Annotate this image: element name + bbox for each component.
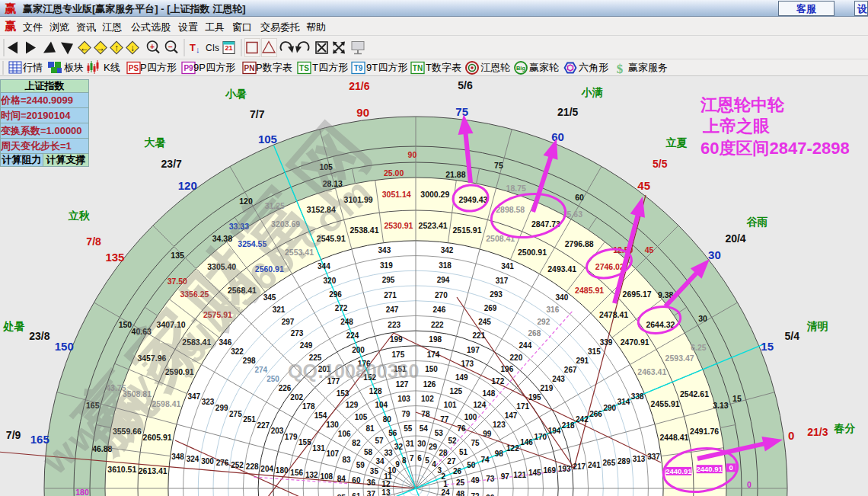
svg-text:269: 269 <box>484 304 497 312</box>
svg-text:146: 146 <box>520 438 533 446</box>
svg-text:0: 0 <box>729 463 732 472</box>
svg-text:2515.91: 2515.91 <box>453 226 482 235</box>
svg-text:立夏: 立夏 <box>665 136 687 149</box>
svg-text:271: 271 <box>384 291 397 299</box>
svg-text:32: 32 <box>394 443 404 451</box>
svg-text:27: 27 <box>447 457 456 466</box>
svg-text:323: 323 <box>202 398 215 406</box>
svg-text:294: 294 <box>437 276 450 284</box>
svg-text:347: 347 <box>187 392 200 401</box>
svg-text:T9: T9 <box>354 64 363 72</box>
svg-text:266: 266 <box>589 410 602 418</box>
svg-text:342: 342 <box>441 246 454 254</box>
svg-text:250: 250 <box>266 375 279 383</box>
svg-text:155: 155 <box>298 438 311 446</box>
svg-text:100: 100 <box>464 413 477 421</box>
svg-text:6.25: 6.25 <box>691 343 707 352</box>
svg-text:218: 218 <box>562 421 575 430</box>
svg-text:3051.14: 3051.14 <box>382 190 411 199</box>
svg-text:300: 300 <box>201 457 214 466</box>
svg-text:73: 73 <box>486 475 495 483</box>
svg-text:132: 132 <box>305 471 318 479</box>
svg-text:74: 74 <box>480 456 490 464</box>
svg-text:171: 171 <box>516 402 529 411</box>
svg-text:104: 104 <box>375 401 388 409</box>
svg-text:清明: 清明 <box>807 320 828 332</box>
svg-text:→: → <box>96 43 105 53</box>
svg-text:276: 276 <box>216 459 229 467</box>
svg-text:80: 80 <box>383 415 392 424</box>
svg-text:←: ← <box>80 43 89 53</box>
svg-text:72: 72 <box>471 492 480 496</box>
svg-text:T: T <box>190 42 196 53</box>
svg-text:31: 31 <box>406 440 415 448</box>
svg-text:2478.41: 2478.41 <box>599 310 628 319</box>
svg-text:248: 248 <box>340 318 353 326</box>
svg-text:154: 154 <box>314 411 327 420</box>
svg-text:97: 97 <box>501 472 510 481</box>
svg-text:小暑: 小暑 <box>225 88 247 100</box>
svg-text:123: 123 <box>493 421 506 429</box>
svg-text:56: 56 <box>388 429 397 437</box>
svg-text:2613.41: 2613.41 <box>139 466 168 475</box>
svg-text:145: 145 <box>528 469 541 477</box>
svg-text:21.88: 21.88 <box>445 170 465 179</box>
svg-text:319: 319 <box>380 261 393 270</box>
svg-text:90: 90 <box>408 150 417 159</box>
svg-text:+: + <box>150 43 155 51</box>
svg-text:83: 83 <box>342 456 351 464</box>
svg-text:34: 34 <box>376 457 385 466</box>
svg-text:241: 241 <box>588 461 601 469</box>
svg-text:60度区间2847-2898: 60度区间2847-2898 <box>700 139 850 158</box>
svg-text:2644.32: 2644.32 <box>646 320 675 329</box>
svg-text:5/4: 5/4 <box>784 330 799 342</box>
svg-text:102: 102 <box>421 395 434 403</box>
svg-text:77: 77 <box>440 415 449 424</box>
svg-text:150: 150 <box>55 340 74 353</box>
svg-text:26: 26 <box>453 467 462 475</box>
svg-text:321: 321 <box>273 306 286 314</box>
svg-text:274: 274 <box>254 366 267 374</box>
svg-text:82: 82 <box>352 439 361 447</box>
svg-text:18.75: 18.75 <box>506 184 526 193</box>
svg-text:228: 228 <box>246 462 259 471</box>
svg-text:172: 172 <box>492 377 505 386</box>
svg-text:315: 315 <box>588 347 601 356</box>
svg-text:81: 81 <box>365 424 375 433</box>
svg-text:128: 128 <box>369 387 382 395</box>
svg-text:203: 203 <box>271 427 284 435</box>
svg-text:上帝之眼: 上帝之眼 <box>702 117 771 136</box>
svg-text:4: 4 <box>432 460 436 469</box>
svg-text:193: 193 <box>558 465 571 473</box>
svg-text:107: 107 <box>326 450 339 458</box>
svg-text:2898.58: 2898.58 <box>496 205 525 214</box>
svg-text:245: 245 <box>478 318 491 326</box>
svg-text:275: 275 <box>229 410 242 418</box>
svg-text:339: 339 <box>600 338 613 347</box>
svg-text:108: 108 <box>320 472 333 481</box>
svg-text:2796.88: 2796.88 <box>565 239 594 248</box>
svg-text:150: 150 <box>119 320 132 329</box>
svg-text:180: 180 <box>276 466 289 475</box>
svg-text:60: 60 <box>352 476 361 485</box>
svg-text:337: 337 <box>647 453 660 461</box>
svg-text:90: 90 <box>356 106 369 119</box>
svg-text:立秋: 立秋 <box>68 210 91 222</box>
svg-text:P9: P9 <box>183 64 193 72</box>
svg-text:156: 156 <box>290 469 303 477</box>
svg-text:45: 45 <box>637 179 650 192</box>
svg-text:170: 170 <box>534 433 547 441</box>
svg-text:338: 338 <box>631 392 644 401</box>
svg-text:58: 58 <box>364 448 373 456</box>
svg-text:2593.47: 2593.47 <box>665 354 694 363</box>
svg-text:227: 227 <box>257 421 270 430</box>
svg-text:224: 224 <box>346 331 359 340</box>
svg-text:147: 147 <box>505 411 518 420</box>
svg-text:7: 7 <box>410 454 414 462</box>
svg-text:322: 322 <box>231 347 244 356</box>
svg-text:150: 150 <box>425 365 438 373</box>
svg-text:7/8: 7/8 <box>86 235 101 248</box>
svg-text:49: 49 <box>471 476 480 485</box>
svg-text:2695.17: 2695.17 <box>623 290 652 299</box>
svg-text:60: 60 <box>575 193 584 202</box>
